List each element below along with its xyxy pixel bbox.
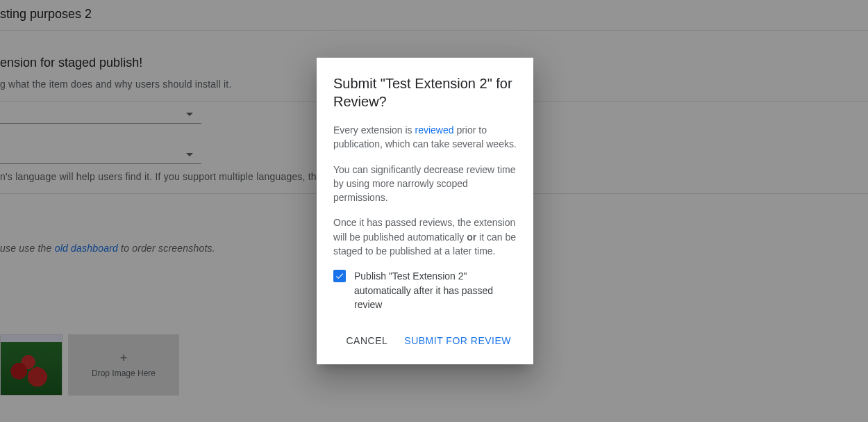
auto-publish-checkbox[interactable] bbox=[333, 270, 346, 282]
dialog-paragraph: You can significantly decrease review ti… bbox=[333, 163, 517, 205]
dialog-paragraph: Every extension is reviewed prior to pub… bbox=[333, 123, 517, 152]
submit-for-review-button[interactable]: Submit for Review bbox=[399, 330, 517, 352]
cancel-button[interactable]: Cancel bbox=[341, 330, 394, 352]
text: Every extension is bbox=[333, 124, 415, 136]
auto-publish-label: Publish "Test Extension 2" automatically… bbox=[354, 269, 517, 311]
text-bold: or bbox=[467, 232, 476, 243]
dialog-title: Submit "Test Extension 2" for Review? bbox=[333, 74, 517, 111]
dialog-paragraph: Once it has passed reviews, the extensio… bbox=[333, 216, 517, 258]
check-icon bbox=[335, 271, 344, 281]
dialog-actions: Cancel Submit for Review bbox=[333, 325, 517, 356]
submit-review-dialog: Submit "Test Extension 2" for Review? Ev… bbox=[317, 58, 533, 364]
reviewed-link[interactable]: reviewed bbox=[415, 124, 454, 136]
